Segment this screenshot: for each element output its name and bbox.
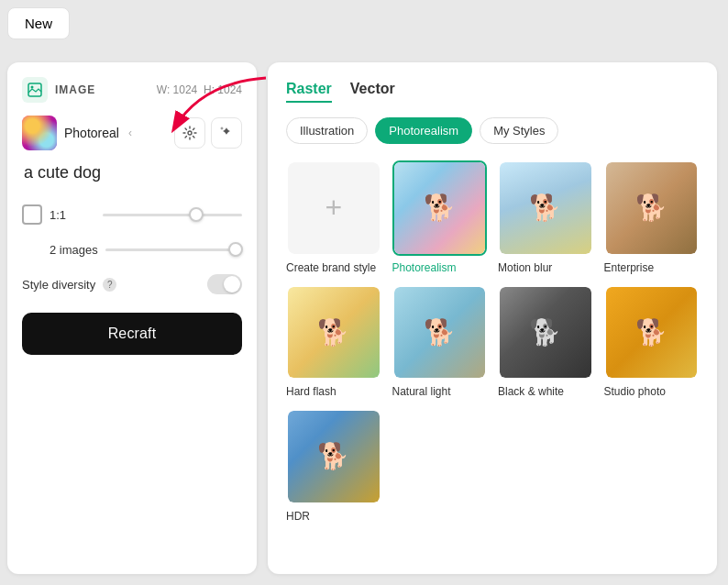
style-thumb-hard-flash: 🐕: [286, 285, 381, 381]
settings-button[interactable]: [174, 117, 205, 149]
style-thumb-photorealism: 🐕: [392, 160, 488, 256]
style-name-natural-light: Natural light: [392, 385, 488, 398]
tab-raster[interactable]: Raster: [286, 81, 332, 103]
svg-point-1: [31, 86, 34, 89]
prompt-text: a cute dog: [22, 163, 242, 182]
ratio-slider-thumb[interactable]: [189, 207, 204, 222]
new-button[interactable]: New: [7, 7, 70, 39]
ratio-icon: [22, 204, 42, 225]
image-header: IMAGE W: 1024 H: 1024: [22, 77, 242, 103]
style-thumb-enterprise: 🐕: [604, 160, 700, 256]
style-thumb-natural-light: 🐕: [392, 285, 488, 381]
style-name-hdr: HDR: [286, 510, 381, 523]
chevron-left-icon: ‹: [128, 127, 132, 139]
style-photorealism[interactable]: 🐕 Photorealism: [392, 160, 488, 274]
plus-icon: +: [325, 191, 342, 225]
filter-photorealism[interactable]: Photorealism: [375, 117, 472, 144]
style-black-white[interactable]: 🐕 Black & white: [498, 285, 593, 399]
style-motion-blur[interactable]: 🐕 Motion blur: [498, 160, 593, 274]
images-label: 2 images: [50, 243, 98, 257]
style-name-studio-photo: Studio photo: [604, 385, 700, 398]
filter-illustration[interactable]: Illustration: [286, 117, 368, 144]
image-type-icon: [22, 77, 48, 103]
ratio-label: 1:1: [50, 208, 95, 222]
model-name: Photoreal: [64, 126, 119, 140]
style-name-motion-blur: Motion blur: [498, 261, 593, 274]
images-icon: [22, 239, 42, 259]
model-thumbnail: [22, 116, 57, 150]
help-icon[interactable]: ?: [103, 278, 116, 292]
svg-point-2: [188, 131, 192, 135]
style-thumb-create-brand: +: [286, 160, 381, 256]
style-diversity-toggle[interactable]: [207, 274, 242, 294]
style-hdr[interactable]: 🐕 HDR: [286, 409, 381, 523]
style-thumb-hdr: 🐕: [286, 409, 381, 504]
style-studio-photo[interactable]: 🐕 Studio photo: [604, 285, 700, 399]
styles-grid: + Create brand style 🐕 Photorealism 🐕 Mo…: [286, 160, 699, 523]
magic-button[interactable]: [211, 117, 242, 149]
style-thumb-black-white: 🐕: [498, 285, 593, 381]
style-name-create-brand: Create brand style: [286, 261, 381, 274]
style-diversity-label: Style diversity: [22, 278, 95, 292]
filter-my-styles[interactable]: My Styles: [480, 117, 558, 144]
images-slider-thumb[interactable]: [228, 242, 243, 257]
style-natural-light[interactable]: 🐕 Natural light: [392, 285, 488, 399]
filter-row: Illustration Photorealism My Styles: [286, 117, 699, 144]
tabs-row: Raster Vector: [286, 81, 699, 103]
recraft-button[interactable]: Recraft: [22, 313, 242, 355]
images-control: 2 images: [22, 239, 242, 259]
style-name-photorealism: Photorealism: [392, 261, 488, 274]
style-name-hard-flash: Hard flash: [286, 385, 381, 398]
right-panel: Raster Vector Illustration Photorealism …: [268, 62, 717, 574]
style-thumb-studio-photo: 🐕: [604, 285, 700, 381]
style-name-enterprise: Enterprise: [604, 261, 700, 274]
tools-row: [174, 117, 242, 149]
style-create-brand[interactable]: + Create brand style: [286, 160, 381, 274]
ratio-control: 1:1: [22, 204, 242, 225]
left-panel: IMAGE W: 1024 H: 1024 Photoreal ‹: [7, 62, 257, 574]
images-slider[interactable]: [105, 248, 242, 251]
ratio-slider[interactable]: [103, 214, 242, 216]
style-thumb-motion-blur: 🐕: [498, 160, 593, 256]
style-diversity-row: Style diversity ?: [22, 274, 242, 294]
model-selector-row: Photoreal ‹: [22, 116, 242, 150]
toggle-knob: [224, 276, 240, 292]
image-label: IMAGE: [55, 83, 95, 96]
tab-vector[interactable]: Vector: [350, 81, 395, 103]
style-name-black-white: Black & white: [498, 385, 593, 398]
dimensions-label: W: 1024 H: 1024: [157, 83, 242, 96]
style-enterprise[interactable]: 🐕 Enterprise: [604, 160, 700, 274]
style-hard-flash[interactable]: 🐕 Hard flash: [286, 285, 381, 399]
